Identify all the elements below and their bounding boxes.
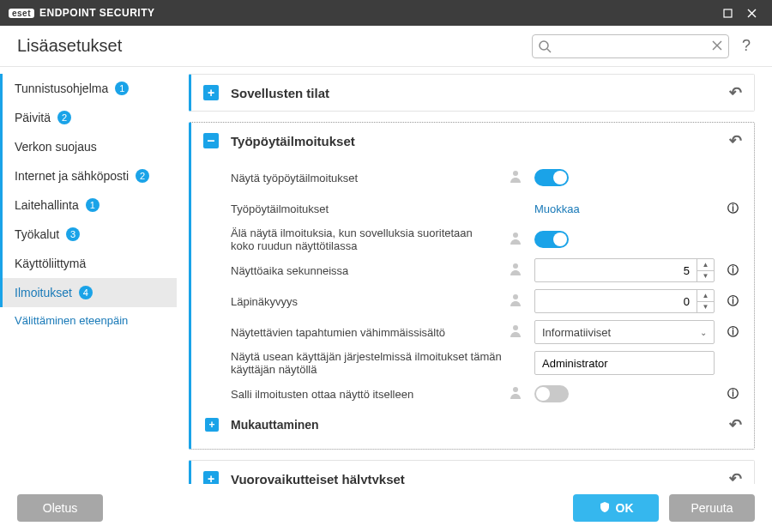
row-label: Älä näytä ilmoituksia, kun sovelluksia s… [231, 227, 500, 252]
svg-point-8 [513, 233, 518, 238]
sidebar-item-label: Ilmoitukset [15, 286, 72, 299]
row-no-fullscreen: Älä näytä ilmoituksia, kun sovelluksia s… [231, 224, 742, 255]
sidebar-item-device-control[interactable]: Laitehallinta 1 [0, 190, 177, 220]
sidebar-item-ui[interactable]: Käyttöliittymä [0, 249, 177, 278]
sidebar-item-label: Käyttöliittymä [15, 257, 86, 270]
page-title: Lisäasetukset [17, 36, 122, 56]
titlebar: eset ENDPOINT SECURITY [0, 0, 772, 26]
section-desktop-notifications: – Työpöytäilmoitukset ↶ Näytä työpöytäil… [189, 122, 755, 450]
sidebar-sublink-forwarding[interactable]: Välittäminen eteenpäin [0, 307, 177, 333]
section-header-desktop-notifications[interactable]: – Työpöytäilmoitukset ↶ [191, 123, 754, 159]
row-label: Näytä työpöytäilmoitukset [231, 172, 500, 184]
collapse-icon: – [203, 133, 219, 148]
sidebar-item-web-email[interactable]: Internet ja sähköposti 2 [0, 161, 177, 190]
row-label: Näytettävien tapahtumien vähimmäissisält… [231, 326, 500, 339]
select-value: Informatiiviset [542, 326, 611, 339]
display-seconds-stepper[interactable]: ▲ ▼ [534, 258, 715, 282]
cancel-button[interactable]: Peruuta [669, 494, 755, 522]
search-input[interactable] [557, 39, 706, 52]
min-severity-select[interactable]: Informatiiviset ⌄ [534, 320, 715, 344]
svg-line-4 [547, 49, 551, 52]
section-interactive-alerts: + Vuorovaikutteiset hälytykset ↶ [189, 460, 755, 484]
sidebar-item-label: Laitehallinta [15, 198, 79, 212]
sidebar-item-update[interactable]: Päivitä 2 [0, 103, 177, 132]
info-icon[interactable]: ⓘ [723, 263, 742, 278]
help-button[interactable]: ? [738, 37, 755, 55]
svg-point-9 [513, 263, 518, 269]
subsection-customization[interactable]: + Mukauttaminen ↶ [205, 409, 742, 440]
row-label: Työpöytäilmoitukset [231, 203, 526, 215]
footer: Oletus OK Peruuta [0, 484, 772, 532]
window-maximize-icon[interactable] [715, 0, 739, 26]
info-icon[interactable]: ⓘ [723, 293, 742, 309]
transparency-stepper[interactable]: ▲ ▼ [534, 289, 715, 313]
svg-point-12 [513, 387, 518, 392]
multiuser-input[interactable] [542, 357, 707, 370]
sidebar-item-label: Verkon suojaus [15, 140, 97, 154]
row-label: Läpinäkyvyys [231, 295, 500, 308]
svg-point-3 [540, 41, 548, 50]
brand-pill: eset [9, 9, 34, 18]
expand-icon: + [205, 418, 219, 432]
default-button[interactable]: Oletus [17, 494, 103, 522]
sidebar-item-label: Internet ja sähköposti [15, 169, 129, 183]
search-icon [538, 39, 552, 57]
row-desktop-notifications: Työpöytäilmoitukset Muokkaa ⓘ [231, 193, 742, 224]
window-close-icon[interactable] [739, 0, 763, 26]
search-input-wrapper[interactable] [532, 34, 729, 58]
policy-icon [509, 293, 522, 310]
spin-down-icon[interactable]: ▼ [697, 271, 714, 282]
sidebar-item-network[interactable]: Verkon suojaus [0, 132, 177, 161]
display-seconds-input[interactable] [542, 264, 707, 277]
row-label: Näyttöaika sekunneissa [231, 264, 500, 277]
row-show-desktop-notifications: Näytä työpöytäilmoitukset [231, 162, 742, 193]
toggle-no-fullscreen[interactable] [534, 231, 569, 248]
shield-icon [599, 501, 611, 516]
sidebar-item-notifications[interactable]: Ilmoitukset 4 [0, 278, 177, 307]
section-title: Vuorovaikutteiset hälytykset [231, 472, 405, 485]
sidebar: Tunnistusohjelma 1 Päivitä 2 Verkon suoj… [0, 67, 180, 484]
revert-icon[interactable]: ↶ [729, 469, 742, 484]
sidebar-item-label: Työkalut [15, 227, 59, 241]
spin-down-icon[interactable]: ▼ [697, 302, 714, 313]
section-header-interactive-alerts[interactable]: + Vuorovaikutteiset hälytykset ↶ [191, 461, 754, 484]
row-multiuser-display: Näytä usean käyttäjän järjestelmissä ilm… [231, 348, 742, 378]
sidebar-item-label: Tunnistusohjelma [15, 82, 108, 95]
chevron-down-icon: ⌄ [700, 328, 707, 337]
brand: eset ENDPOINT SECURITY [9, 7, 155, 19]
multiuser-textbox[interactable] [534, 351, 715, 375]
sidebar-badge: 1 [86, 198, 100, 212]
info-icon[interactable]: ⓘ [723, 324, 742, 340]
spin-up-icon[interactable]: ▲ [697, 290, 714, 302]
policy-icon [509, 263, 522, 279]
search-clear-icon[interactable] [711, 39, 723, 55]
brand-text: ENDPOINT SECURITY [39, 7, 155, 19]
svg-point-10 [513, 294, 518, 299]
toggle-show-desktop[interactable] [534, 169, 569, 186]
sidebar-sublink-label: Välittäminen eteenpäin [15, 314, 128, 327]
expand-icon: + [203, 85, 219, 100]
revert-icon[interactable]: ↶ [729, 415, 742, 434]
ok-button[interactable]: OK [573, 494, 659, 522]
sidebar-badge: 2 [136, 169, 149, 183]
section-title: Sovellusten tilat [231, 86, 329, 100]
button-label: OK [616, 501, 634, 515]
header: Lisäasetukset ? [0, 26, 772, 67]
button-label: Oletus [43, 501, 77, 515]
revert-icon[interactable]: ↶ [729, 83, 742, 102]
transparency-input[interactable] [542, 295, 707, 308]
row-allow-focus: Salli ilmoitusten ottaa näyttö itselleen… [231, 378, 742, 409]
edit-link[interactable]: Muokkaa [534, 203, 580, 215]
sidebar-item-tools[interactable]: Työkalut 3 [0, 220, 177, 249]
toggle-allow-focus[interactable] [534, 385, 569, 402]
sidebar-item-detection-engine[interactable]: Tunnistusohjelma 1 [0, 74, 177, 103]
info-icon[interactable]: ⓘ [723, 386, 742, 402]
content: + Sovellusten tilat ↶ – Työpöytäilmoituk… [180, 67, 772, 484]
spin-up-icon[interactable]: ▲ [697, 259, 714, 271]
row-display-seconds: Näyttöaika sekunneissa ▲ ▼ ⓘ [231, 255, 742, 286]
section-header-app-states[interactable]: + Sovellusten tilat ↶ [191, 75, 754, 111]
info-icon[interactable]: ⓘ [723, 201, 742, 216]
button-label: Peruuta [691, 501, 733, 515]
revert-icon[interactable]: ↶ [729, 131, 742, 150]
subsection-title: Mukauttaminen [231, 418, 319, 432]
